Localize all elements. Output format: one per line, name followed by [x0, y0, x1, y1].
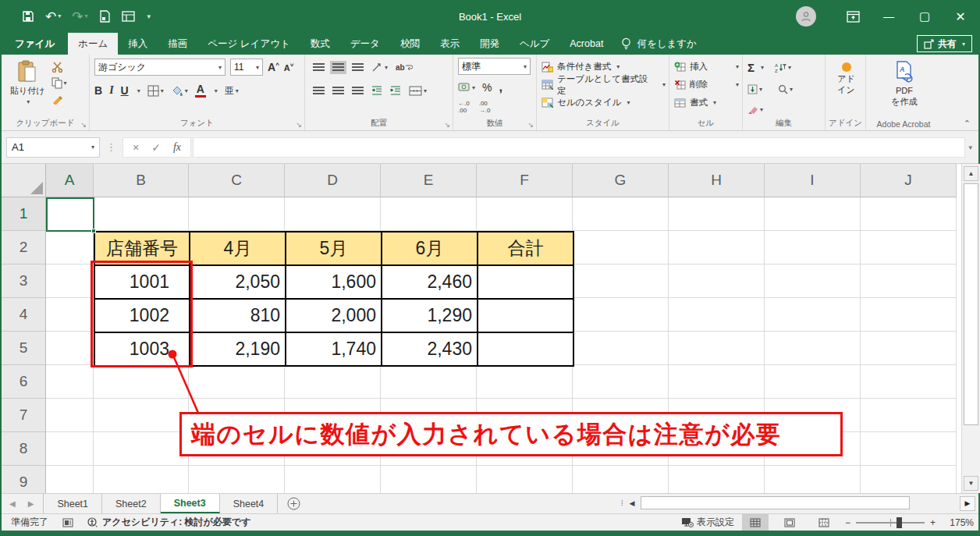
macro-record-icon[interactable] — [62, 518, 73, 527]
align-middle-icon[interactable] — [332, 63, 344, 72]
cell-G5[interactable] — [573, 332, 669, 365]
cell-E9[interactable] — [381, 466, 477, 493]
comma-style-icon[interactable]: , — [499, 81, 502, 94]
cell-F1[interactable] — [477, 197, 573, 231]
cell-I6[interactable] — [765, 365, 861, 399]
font-color-icon[interactable]: A — [195, 83, 206, 98]
cell-H1[interactable] — [669, 197, 765, 231]
align-left-icon[interactable] — [313, 87, 325, 95]
addins-button[interactable]: アドイン — [830, 58, 862, 98]
hscroll-right-icon[interactable]: ▶ — [960, 496, 975, 511]
save-icon[interactable] — [22, 10, 34, 23]
cell-B8[interactable] — [94, 432, 189, 466]
qat-customize-icon[interactable]: ▾ — [146, 13, 151, 20]
italic-button[interactable]: I — [109, 85, 113, 96]
formula-bar-expand-icon[interactable]: ▾ — [968, 144, 978, 151]
format-as-table-button[interactable]: テーブルとして書式設定▾ — [541, 76, 666, 94]
cell-F3[interactable] — [478, 266, 574, 300]
zoom-level[interactable]: 175% — [941, 517, 974, 528]
tell-me-box[interactable]: 何をしますか — [621, 33, 696, 55]
cell-A3[interactable] — [46, 264, 94, 298]
cell-B7[interactable] — [94, 399, 189, 432]
align-right-icon[interactable] — [352, 87, 364, 95]
tab-formulas[interactable]: 数式 — [300, 33, 340, 55]
cell-B6[interactable] — [94, 365, 189, 399]
cell-H9[interactable] — [669, 466, 765, 493]
cell-C5[interactable]: 2,190 — [190, 333, 286, 367]
column-header-D[interactable]: D — [285, 164, 381, 197]
create-pdf-button[interactable]: A PDFを作成 — [871, 58, 938, 110]
normal-view-icon[interactable] — [742, 514, 769, 531]
column-header-H[interactable]: H — [669, 164, 765, 197]
cell-H6[interactable] — [669, 365, 765, 399]
cell-J1[interactable] — [861, 197, 957, 231]
new-sheet-icon[interactable] — [278, 494, 310, 513]
vertical-scrollbar[interactable]: ▲ ▼ — [961, 164, 980, 493]
align-bottom-icon[interactable] — [352, 63, 364, 72]
cell-J8[interactable] — [861, 432, 957, 466]
sheet-nav-left-icon[interactable]: ◀ — [9, 499, 16, 508]
zoom-in-icon[interactable]: + — [930, 517, 936, 528]
tab-page-layout[interactable]: ページ レイアウト — [197, 33, 300, 55]
shrink-font-icon[interactable]: A˅ — [284, 62, 294, 73]
cell-G3[interactable] — [573, 264, 669, 298]
cell-A9[interactable] — [46, 466, 94, 493]
cell-J5[interactable] — [861, 332, 957, 365]
column-header-F[interactable]: F — [477, 164, 573, 197]
phonetic-guide-icon[interactable]: 亜▾ — [225, 84, 239, 98]
hscroll-left-icon[interactable]: ◀ — [628, 499, 640, 507]
column-header-E[interactable]: E — [381, 164, 477, 197]
insert-function-icon[interactable]: fx — [173, 141, 181, 154]
tab-insert[interactable]: 挿入 — [118, 33, 158, 55]
fill-handle[interactable] — [91, 229, 96, 233]
cell-I9[interactable] — [765, 466, 861, 493]
cell-C4[interactable]: 810 — [190, 300, 286, 333]
cell-D5[interactable]: 1,740 — [286, 333, 382, 367]
form-view-icon[interactable] — [122, 11, 135, 22]
bold-button[interactable]: B — [94, 85, 102, 96]
decrease-indent-icon[interactable] — [371, 86, 382, 95]
tab-home[interactable]: ホーム — [68, 33, 118, 55]
scroll-up-icon[interactable]: ▲ — [964, 166, 978, 181]
page-layout-view-icon[interactable] — [776, 514, 803, 531]
tab-developer[interactable]: 開発 — [470, 33, 510, 55]
scroll-down-icon[interactable]: ▼ — [964, 476, 978, 491]
account-avatar[interactable] — [796, 6, 816, 27]
cell-G6[interactable] — [573, 365, 669, 399]
cell-C9[interactable] — [189, 466, 285, 493]
number-format-select[interactable]: 標準▾ — [458, 58, 531, 75]
autosum-icon[interactable]: Σ — [747, 62, 755, 73]
cell-A4[interactable] — [46, 298, 94, 332]
cell-E6[interactable] — [381, 365, 477, 399]
cell-J2[interactable] — [861, 231, 957, 264]
tab-view[interactable]: 表示 — [430, 33, 470, 55]
delete-cells-button[interactable]: 削除▾ — [674, 76, 739, 94]
undo-icon[interactable]: ↶▾ — [45, 10, 61, 23]
format-cells-button[interactable]: 書式▾ — [674, 94, 739, 112]
cell-C6[interactable] — [189, 365, 285, 399]
cell-I4[interactable] — [765, 298, 861, 332]
hscroll-handle[interactable]: ⁞ — [620, 499, 628, 507]
cell-H2[interactable] — [669, 231, 765, 264]
row-header-2[interactable]: 2 — [2, 231, 46, 264]
column-header-C[interactable]: C — [189, 164, 285, 197]
fill-down-icon[interactable]: ▾ — [747, 84, 762, 94]
cell-F9[interactable] — [477, 466, 573, 493]
cell-F5[interactable] — [478, 333, 574, 367]
sort-filter-icon[interactable]: AZ ▾ — [775, 62, 791, 73]
row-header-7[interactable]: 7 — [2, 399, 46, 432]
cell-B1[interactable] — [94, 197, 189, 231]
cancel-icon[interactable]: × — [133, 141, 139, 154]
sheet-tab-sheet4[interactable]: Sheet4 — [220, 494, 279, 513]
zoom-slider[interactable] — [856, 522, 925, 524]
decrease-decimal-icon[interactable]: .00→.0 — [479, 101, 491, 115]
cell-E5[interactable]: 2,430 — [382, 333, 478, 367]
number-dialog-launcher[interactable]: ↘ — [527, 121, 534, 129]
formula-bar-splitter[interactable]: ⋮ — [100, 141, 123, 153]
select-all-button[interactable] — [2, 164, 46, 197]
tab-data[interactable]: データ — [340, 33, 390, 55]
formula-input[interactable] — [193, 137, 965, 158]
column-header-B[interactable]: B — [94, 164, 189, 197]
align-top-icon[interactable] — [313, 63, 325, 72]
redo-icon[interactable]: ↷▾ — [72, 10, 87, 23]
